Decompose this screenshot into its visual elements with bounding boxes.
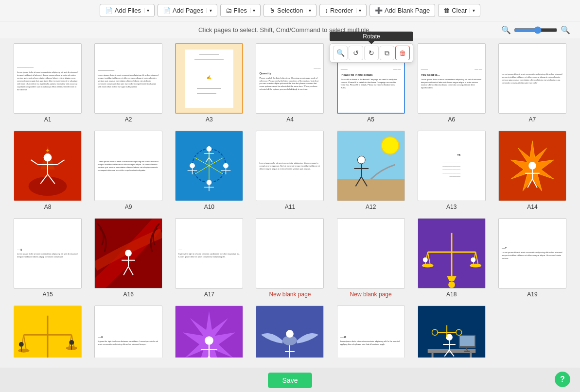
page-item-a10[interactable]: A10 [171,131,247,210]
add-pages-button[interactable]: 📄 Add Pages ▾ [158,4,217,17]
page-item-a18[interactable]: A18 [414,218,490,298]
rotate-left-button[interactable]: ↺ [349,46,363,60]
clear-icon: 🗑 [443,7,450,14]
page-item-a16[interactable]: A16 [90,218,166,298]
svg-text:✦: ✦ [45,147,50,154]
add-files-button[interactable]: 📄 Add Files ▾ [100,4,155,17]
page-item-blank2[interactable]: New blank page [333,218,409,298]
page-item-a3[interactable]: ✍ A3 [171,43,247,123]
page-item-a6[interactable]: ────── ── You need to... Lorem ipsum dol… [414,43,490,123]
pages-grid: ──────── Lorem ipsum dolor sit amet cons… [10,43,570,358]
page-item-a11[interactable]: Lorem ipsum dolor sit amet consectetur a… [252,131,328,210]
page-art-a25 [418,306,485,358]
page-item-a4[interactable]: ──── Quantity Please read all the listed… [252,43,328,123]
page-item-a2[interactable]: ──────── Lorem ipsum dolor sit amet cons… [90,43,166,123]
page-thumb-blank2 [337,218,405,289]
page-item-a7[interactable]: Lorem ipsum dolor sit amet consectetur a… [494,43,570,123]
zoom-in-icon[interactable]: 🔍 [561,25,570,34]
page-item-a8[interactable]: ✦ A8 [10,131,86,210]
add-files-arrow[interactable]: ▾ [144,8,149,13]
svg-point-70 [423,257,428,262]
page-label-a19: A19 [527,291,537,298]
page-item-a1[interactable]: ──────── Lorem ipsum dolor sit amet cons… [10,43,86,123]
files-arrow[interactable]: ▾ [250,8,255,13]
clear-arrow[interactable]: ▾ [470,8,475,13]
reorder-button[interactable]: ↕ Reorder ▾ [319,4,366,17]
page-thumb-a15: ──5 Lorem ipsum dolor sit amet consectet… [14,218,82,289]
add-pages-arrow[interactable]: ▾ [207,8,212,13]
page-thumb-a8: ✦ [14,131,82,201]
page-art-a16 [95,218,162,289]
svg-point-71 [471,257,475,262]
page-label-a7: A7 [529,116,536,123]
page-item-blank1[interactable]: New blank page [252,218,328,298]
page-item-a15[interactable]: ──5 Lorem ipsum dolor sit amet consectet… [10,218,86,298]
page-label-a10: A10 [204,204,214,210]
svg-point-27 [207,180,211,185]
reorder-arrow[interactable]: ▾ [356,8,361,13]
svg-point-55 [125,250,132,256]
zoom-slider[interactable] [514,26,558,34]
page-thumb-a24: ──10 Lorem ipsum dolor sit amet consecte… [337,306,405,358]
add-pages-icon: 📄 [163,7,171,14]
zoom-rotate-button[interactable]: 🔍 [333,46,348,60]
add-blank-button[interactable]: ➕ Add Blank Page [369,4,435,17]
page-item-a21[interactable]: ──8 It gives the right to choose between… [90,306,166,358]
page-content-a21: ──8 It gives the right to choose between… [95,333,162,349]
svg-point-7 [29,177,67,196]
page-label-a16: A16 [123,291,134,298]
svg-point-68 [470,264,481,268]
add-files-icon: 📄 [105,7,113,14]
page-item-a25[interactable]: A25 [414,306,490,358]
reorder-icon: ↕ [325,7,328,14]
page-item-a24[interactable]: ──10 Lorem ipsum dolor sit amet consecte… [333,306,409,358]
add-blank-label: Add Blank Page [385,7,430,14]
page-content-a4: ──── Quantity Please read all the listed… [256,64,323,93]
rotate-right-button[interactable]: ↻ [364,46,379,60]
page-label-a8: A8 [44,204,52,210]
help-button[interactable]: ? [555,372,570,387]
save-button[interactable]: Save [268,373,313,388]
add-blank-icon: ➕ [375,7,383,14]
files-button[interactable]: 🗂 Files ▾ [220,4,261,17]
page-art-a20 [14,306,81,358]
page-item-a13[interactable]: T6 ───────────── ───────────── ─────────… [414,131,490,210]
zoom-out-icon[interactable]: 🔍 [501,25,511,34]
page-item-a14[interactable]: A14 [494,131,570,210]
page-label-a4: A4 [286,116,294,123]
copy-page-button[interactable]: ⧉ [380,46,394,60]
clear-label: Clear [452,7,467,14]
page-thumb-a14 [498,131,566,201]
selection-button[interactable]: 🖱 Selection ▾ [264,4,316,17]
page-thumb-a23 [256,306,324,358]
svg-point-78 [18,349,30,353]
main-toolbar: 📄 Add Files ▾ 📄 Add Pages ▾ 🗂 Files ▾ 🖱 … [0,0,580,21]
page-thumb-a2: ──────── Lorem ipsum dolor sit amet cons… [94,43,162,114]
rotate-toolbar: 🔍 ↺ ↻ ⧉ 🗑 [330,43,413,63]
page-item-a17[interactable]: ── It gives the right to choose between … [171,218,247,298]
page-label-a2: A2 [125,116,132,123]
page-art-a22 [176,306,243,358]
clear-button[interactable]: 🗑 Clear ▾ [438,4,480,17]
page-label-a5: A5 [367,116,374,123]
page-item-a20[interactable]: A20 [10,306,86,358]
page-item-a12[interactable]: A12 [333,131,409,210]
page-content-a6: ────── ── You need to... Lorem ipsum dol… [418,65,485,92]
page-content-a9: Lorem ipsum dolor sit amet consectetur a… [95,157,162,175]
svg-point-85 [69,340,74,345]
page-item-a19[interactable]: ──7 Lorem ipsum dolor sit amet consectet… [494,218,570,298]
delete-page-button[interactable]: 🗑 [395,46,410,60]
add-files-label: Add Files [115,7,141,14]
page-item-a23[interactable]: A23 [252,306,328,358]
page-content-a19: ──7 Lorem ipsum dolor sit amet consectet… [499,244,566,263]
page-item-a9[interactable]: Lorem ipsum dolor sit amet consectetur a… [90,131,166,210]
files-icon: 🗂 [226,7,232,14]
page-thumb-a4: ──── Quantity Please read all the listed… [256,43,324,114]
pages-container: ──────── Lorem ipsum dolor sit amet cons… [0,38,580,358]
page-label-a18: A18 [446,291,457,298]
reorder-label: Reorder [330,7,353,14]
selection-arrow[interactable]: ▾ [306,8,311,13]
page-art-a18 [418,218,485,289]
svg-point-42 [357,156,365,164]
page-item-a22[interactable]: A22 [171,306,247,358]
